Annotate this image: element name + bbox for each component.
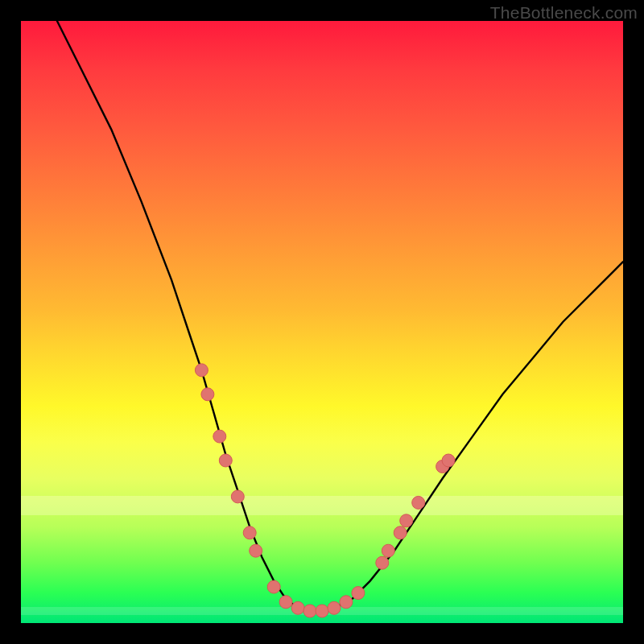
- bottleneck-curve: [57, 21, 623, 611]
- curve-marker: [340, 596, 353, 609]
- chart-svg: [21, 21, 623, 623]
- curve-marker: [352, 587, 365, 600]
- curve-marker: [231, 490, 244, 503]
- curve-marker: [267, 580, 280, 593]
- curve-marker: [291, 601, 304, 614]
- curve-marker: [382, 544, 394, 557]
- curve-marker: [195, 364, 208, 377]
- curve-marker: [303, 605, 316, 617]
- curve-marker: [412, 496, 425, 509]
- curve-marker: [219, 454, 232, 467]
- curve-marker: [243, 526, 256, 539]
- curve-markers: [195, 364, 455, 617]
- curve-marker: [201, 388, 214, 401]
- curve-marker: [376, 556, 389, 569]
- curve-marker: [442, 454, 455, 467]
- chart-frame: TheBottleneck.com: [0, 0, 644, 644]
- curve-marker: [394, 526, 407, 539]
- plot-area: [21, 21, 623, 623]
- curve-marker: [328, 601, 341, 614]
- curve-marker: [213, 430, 226, 443]
- curve-marker: [250, 544, 262, 557]
- curve-marker: [279, 596, 292, 609]
- curve-marker: [400, 514, 413, 527]
- watermark-text: TheBottleneck.com: [490, 3, 638, 23]
- curve-marker: [316, 605, 328, 617]
